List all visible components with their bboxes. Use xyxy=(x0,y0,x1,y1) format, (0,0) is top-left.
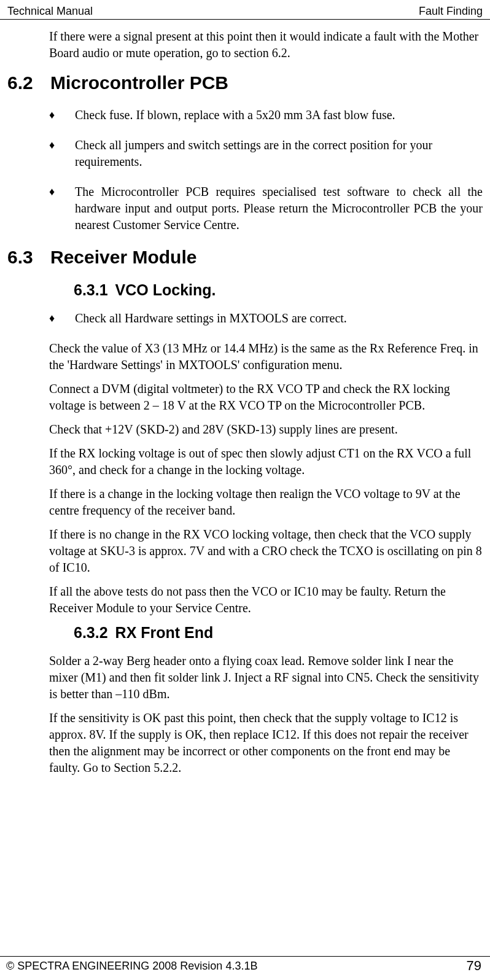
heading-6-2: 6.2 Microcontroller PCB xyxy=(7,72,483,93)
heading-title: Receiver Module xyxy=(50,247,196,268)
list-item: ♦ Check fuse. If blown, replace with a 5… xyxy=(49,107,483,123)
list-item: ♦ The Microcontroller PCB requires speci… xyxy=(49,184,483,233)
body-paragraph: Connect a DVM (digital voltmeter) to the… xyxy=(49,381,483,414)
bullet-list-6-2: ♦ Check fuse. If blown, replace with a 5… xyxy=(49,107,483,233)
page-content: If there were a signal present at this p… xyxy=(0,20,490,776)
page: Technical Manual Fault Finding If there … xyxy=(0,0,490,980)
list-item: ♦ Check all Hardware settings in MXTOOLS… xyxy=(49,310,483,327)
subheading-title: VCO Locking. xyxy=(115,281,216,299)
footer-left: © SPECTRA ENGINEERING 2008 Revision 4.3.… xyxy=(6,960,257,973)
body-paragraph: If there is a change in the locking volt… xyxy=(49,486,483,519)
bullet-text: Check all Hardware settings in MXTOOLS a… xyxy=(75,310,483,327)
list-item: ♦ Check all jumpers and switch settings … xyxy=(49,137,483,170)
heading-title: Microcontroller PCB xyxy=(50,72,228,93)
heading-6-3-1: 6.3.1 VCO Locking. xyxy=(74,281,483,299)
body-paragraph: If the sensitivity is OK past this point… xyxy=(49,710,483,776)
heading-6-3: 6.3 Receiver Module xyxy=(7,247,483,268)
diamond-bullet-icon: ♦ xyxy=(49,107,75,122)
heading-number: 6.3 xyxy=(7,247,38,268)
body-paragraph: Solder a 2-way Berg header onto a flying… xyxy=(49,653,483,702)
header-right: Fault Finding xyxy=(419,5,483,18)
diamond-bullet-icon: ♦ xyxy=(49,184,75,199)
intro-paragraph: If there were a signal present at this p… xyxy=(49,28,483,61)
body-paragraph: If there is no change in the RX VCO lock… xyxy=(49,526,483,576)
diamond-bullet-icon: ♦ xyxy=(49,137,75,152)
body-paragraph: If all the above tests do not pass then … xyxy=(49,583,483,616)
bullet-text: Check fuse. If blown, replace with a 5x2… xyxy=(75,107,483,123)
heading-6-3-2: 6.3.2 RX Front End xyxy=(74,624,483,642)
heading-number: 6.2 xyxy=(7,72,38,93)
header-left: Technical Manual xyxy=(7,5,93,18)
bullet-list-6-3-1: ♦ Check all Hardware settings in MXTOOLS… xyxy=(49,310,483,327)
body-paragraph: Check the value of X3 (13 MHz or 14.4 MH… xyxy=(49,340,483,373)
bullet-text: The Microcontroller PCB requires special… xyxy=(75,184,483,233)
subheading-number: 6.3.2 xyxy=(74,624,108,642)
page-header: Technical Manual Fault Finding xyxy=(0,0,490,20)
page-number: 79 xyxy=(467,958,481,974)
body-paragraph: Check that +12V (SKD-2) and 28V (SKD-13)… xyxy=(49,421,483,438)
subheading-number: 6.3.1 xyxy=(74,281,108,299)
bullet-text: Check all jumpers and switch settings ar… xyxy=(75,137,483,170)
body-paragraph: If the RX locking voltage is out of spec… xyxy=(49,445,483,478)
page-footer: © SPECTRA ENGINEERING 2008 Revision 4.3.… xyxy=(0,956,490,974)
diamond-bullet-icon: ♦ xyxy=(49,310,75,325)
subheading-title: RX Front End xyxy=(115,624,214,642)
